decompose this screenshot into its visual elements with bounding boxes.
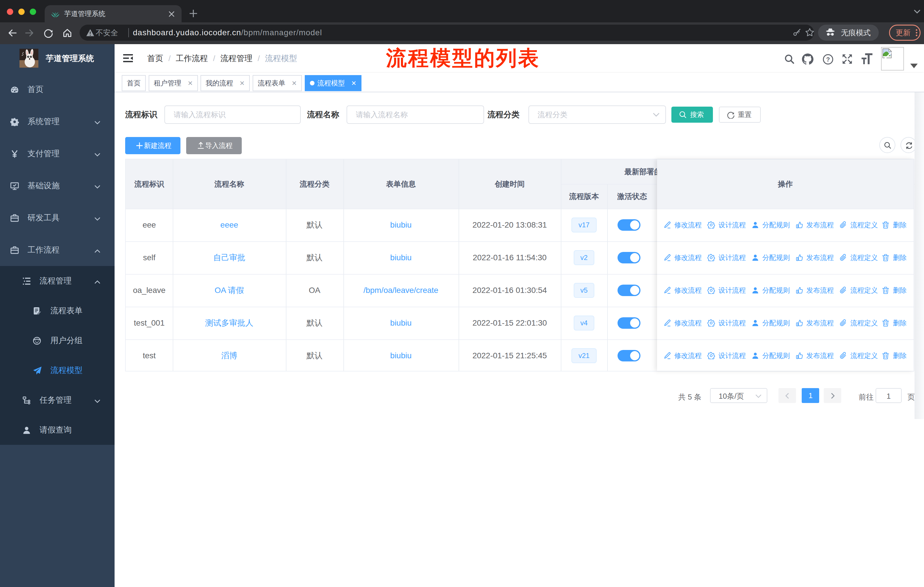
svg-text:?: ? — [826, 56, 830, 63]
